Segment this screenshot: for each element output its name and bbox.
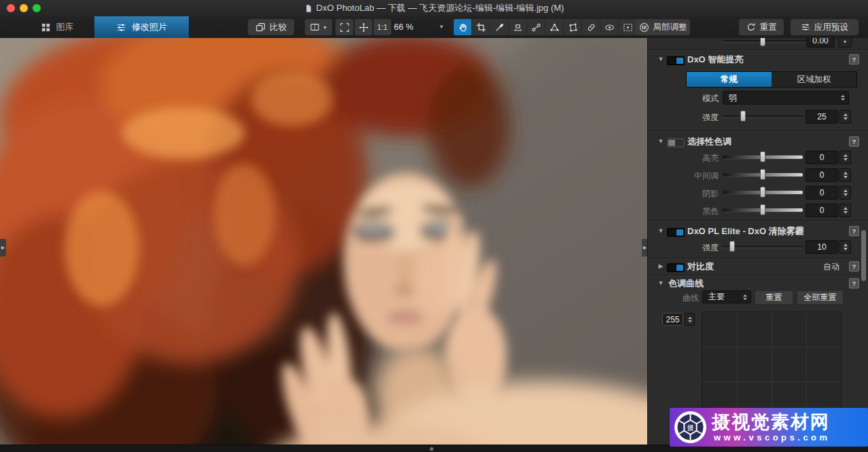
midtones-value[interactable]: 0 <box>806 168 838 182</box>
adjustments-panel: 0.00 ▼ ▼ DxO 智能提亮 ? 常规 区域加权 模式 弱 强度 25 ▼… <box>647 38 868 452</box>
contrast-auto-label[interactable]: 自动 <box>823 261 839 273</box>
apply-preset-button[interactable]: 应用预设 <box>791 19 858 35</box>
clearview-intensity-label: 强度 <box>670 242 719 254</box>
repair-tool-button[interactable] <box>582 19 600 35</box>
left-palette-handle[interactable]: ▶ <box>0 239 6 257</box>
window-title: DxO PhotoLab — 下载 — 飞天资源论坛-编辑-编辑-编辑.jpg … <box>317 2 564 14</box>
crop-icon <box>476 22 486 33</box>
title-bar: DxO PhotoLab — 下载 — 飞天资源论坛-编辑-编辑-编辑.jpg … <box>0 0 868 17</box>
local-adjustments-button[interactable]: 局部调整 <box>636 19 690 35</box>
panel-scrollbar[interactable] <box>861 230 866 281</box>
collapse-triangle-icon[interactable]: ▼ <box>657 138 665 145</box>
highlights-value[interactable]: 0 <box>806 151 838 164</box>
compare-button[interactable]: 比较 <box>248 19 294 35</box>
triangle-down-icon: ▼ <box>843 39 848 44</box>
smart-lighting-toggle[interactable] <box>667 56 685 65</box>
clearview-toggle[interactable] <box>667 228 685 237</box>
bandage-icon <box>586 22 596 33</box>
zoom-level-select[interactable]: 66 % ▼ <box>394 19 446 35</box>
clipped-dropdown-button[interactable]: ▼ <box>838 38 852 48</box>
tab-edit-photo[interactable]: 修改照片 <box>94 16 189 38</box>
smart-lighting-intensity-slider[interactable] <box>723 110 803 122</box>
help-icon[interactable]: ? <box>849 136 859 147</box>
mode-value: 弱 <box>729 92 737 104</box>
clipped-value[interactable]: 0.00 <box>806 38 835 48</box>
control-polygon-tool-button[interactable] <box>564 19 582 35</box>
reset-icon <box>746 22 756 32</box>
help-icon[interactable]: ? <box>849 226 859 236</box>
fit-screen-button[interactable] <box>336 19 353 35</box>
reset-button[interactable]: 重置 <box>739 19 784 35</box>
shadows-stepper[interactable] <box>839 186 851 200</box>
mode-label: 模式 <box>670 93 719 105</box>
curve-channel-select[interactable]: 主要 <box>702 290 751 303</box>
tab-general[interactable]: 常规 <box>687 72 772 87</box>
control-line-tool-button[interactable] <box>545 19 564 35</box>
midtones-slider[interactable] <box>723 168 803 181</box>
clipped-slider[interactable] <box>723 38 811 47</box>
section-selective-tone: ▼ 选择性色调 ? 高亮 0 中间调 0 阴影 0 黑色 0 <box>648 132 868 220</box>
collapse-triangle-icon[interactable]: ▼ <box>657 227 665 234</box>
auto-mask-tool-button[interactable] <box>619 19 636 35</box>
blacks-value[interactable]: 0 <box>806 204 838 217</box>
horizontal-scrollbar-thumb[interactable] <box>430 447 433 451</box>
red-eye-tool-button[interactable] <box>600 19 619 35</box>
watermark-logo-char: 摄 <box>687 424 694 432</box>
divider <box>648 130 868 131</box>
highlights-slider[interactable] <box>723 151 803 163</box>
help-icon[interactable]: ? <box>849 261 859 271</box>
curve-channel-value: 主要 <box>708 291 725 303</box>
collapse-triangle-icon[interactable]: ▼ <box>657 280 665 286</box>
ratio-1-1-button[interactable]: 1:1 <box>374 19 391 35</box>
watermark-banner: 摄 摄视觉素材网 www.vscops.com <box>670 408 868 447</box>
white-balance-picker-button[interactable] <box>490 19 509 35</box>
dashed-selection-icon <box>623 22 633 33</box>
help-icon[interactable]: ? <box>849 278 859 288</box>
ratio-label: 1:1 <box>377 23 387 31</box>
eye-icon <box>604 22 615 33</box>
divider <box>648 275 868 276</box>
selective-tone-title: 选择性色调 <box>687 136 731 148</box>
clearview-stepper[interactable] <box>839 240 851 254</box>
photo-canvas[interactable] <box>0 38 647 445</box>
selective-tone-toggle[interactable] <box>667 138 685 147</box>
help-icon[interactable]: ? <box>849 54 859 64</box>
move-icon <box>359 22 369 33</box>
collapse-triangle-icon[interactable]: ▶ <box>657 263 665 269</box>
curve-label: 曲线 <box>650 293 699 304</box>
move-tool-button[interactable] <box>355 19 372 35</box>
shadows-slider[interactable] <box>723 186 803 198</box>
split-view-button[interactable]: ▼ <box>305 19 332 35</box>
mode-select[interactable]: 弱 <box>723 91 849 105</box>
blacks-slider[interactable] <box>723 204 803 216</box>
hand-icon <box>458 22 468 33</box>
crop-tool-button[interactable] <box>472 19 490 35</box>
compare-icon <box>255 22 266 33</box>
curve-reset-all-button[interactable]: 全部重置 <box>797 290 844 305</box>
highlights-stepper[interactable] <box>839 151 851 164</box>
collapse-triangle-icon[interactable]: ▼ <box>657 56 665 62</box>
grid-icon <box>41 22 51 33</box>
control-point-tool-button[interactable] <box>527 19 545 35</box>
curve-max-value[interactable]: 255 <box>662 313 683 326</box>
tab-spot-weighted[interactable]: 区域加权 <box>772 72 856 87</box>
curve-max-stepper[interactable] <box>685 313 695 326</box>
intensity-stepper[interactable] <box>839 110 851 124</box>
midtones-stepper[interactable] <box>839 168 851 182</box>
shadows-value[interactable]: 0 <box>806 186 838 200</box>
clipped-slider-row: 0.00 ▼ <box>648 38 868 49</box>
blacks-stepper[interactable] <box>839 204 851 217</box>
horizon-tool-button[interactable] <box>509 19 527 35</box>
smart-lighting-title: DxO 智能提亮 <box>687 54 743 66</box>
photo <box>0 38 647 445</box>
smart-lighting-intensity-value[interactable]: 25 <box>806 110 838 124</box>
clearview-intensity-value[interactable]: 10 <box>806 240 838 254</box>
curve-reset-button[interactable]: 重置 <box>755 290 793 305</box>
clearview-intensity-slider[interactable] <box>723 240 803 252</box>
tab-library[interactable]: 图库 <box>20 16 94 38</box>
triangle-right-icon: ▶ <box>643 245 647 250</box>
hand-tool-button[interactable] <box>454 19 472 35</box>
fit-screen-icon <box>340 22 350 33</box>
contrast-toggle[interactable] <box>667 263 685 272</box>
control-line-icon <box>549 22 560 33</box>
